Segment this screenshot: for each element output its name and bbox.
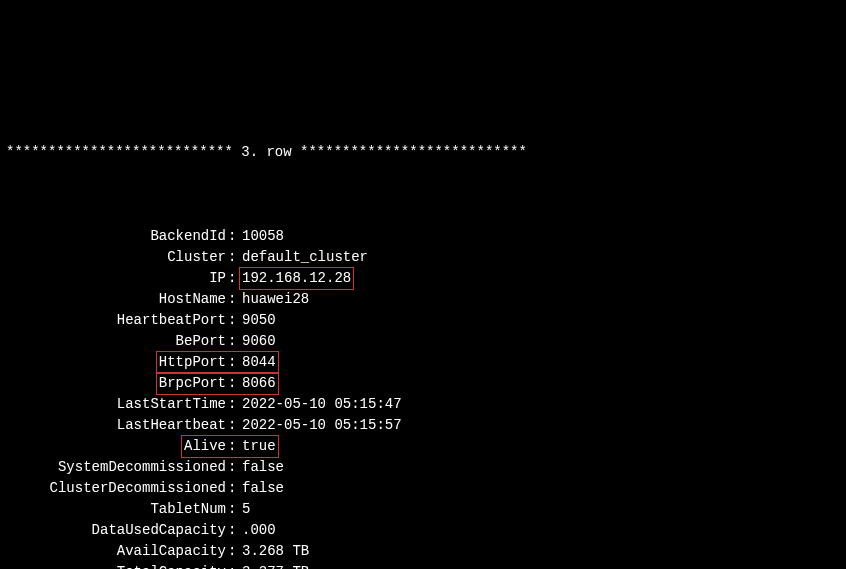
field-value: false <box>242 478 284 499</box>
field-row: ClusterDecommissioned:false <box>6 478 840 499</box>
field-value: 9060 <box>242 331 276 352</box>
field-separator: : <box>226 436 242 457</box>
field-separator: : <box>226 310 242 331</box>
field-separator: : <box>226 562 242 569</box>
field-value: 5 <box>242 499 250 520</box>
field-separator: : <box>226 226 242 247</box>
field-value: 3.268 TB <box>242 541 309 562</box>
field-label: HttpPort <box>159 352 226 373</box>
field-label: DataUsedPct <box>6 65 226 72</box>
field-row: BackendId:10058 <box>6 226 840 247</box>
row-separator-header: *************************** 3. row *****… <box>6 142 840 163</box>
field-separator: : <box>226 247 242 268</box>
field-label: BackendId <box>6 226 226 247</box>
field-label: ClusterDecommissioned <box>6 478 226 499</box>
field-separator: : <box>226 520 242 541</box>
field-label: Alive <box>184 436 226 457</box>
field-value: huawei28 <box>242 289 309 310</box>
field-row: DataUsedCapacity:.000 <box>6 520 840 541</box>
field-label: IP <box>6 268 226 289</box>
field-value: 2022-05-10 05:15:47 <box>242 394 402 415</box>
field-row: HeartbeatPort:9050 <box>6 310 840 331</box>
field-row: LastStartTime:2022-05-10 05:15:47 <box>6 394 840 415</box>
field-label: TabletNum <box>6 499 226 520</box>
field-separator: : <box>226 499 242 520</box>
field-value: 8066 <box>242 373 276 394</box>
field-label: HostName <box>6 289 226 310</box>
field-label: AvailCapacity <box>6 541 226 562</box>
field-label: LastHeartbeat <box>6 415 226 436</box>
field-separator: : <box>226 394 242 415</box>
field-label: TotalCapacity <box>6 562 226 569</box>
field-value: 10058 <box>242 226 284 247</box>
field-separator: : <box>226 352 242 373</box>
field-label: DataUsedCapacity <box>6 520 226 541</box>
field-value: 3.377 TB <box>242 562 309 569</box>
field-value: 2022-05-10 05:15:57 <box>242 415 402 436</box>
field-row: Alive:true <box>6 436 840 457</box>
field-value: 9050 <box>242 310 276 331</box>
field-label: BrpcPort <box>159 373 226 394</box>
field-row: SystemDecommissioned:false <box>6 457 840 478</box>
field-label: BePort <box>6 331 226 352</box>
field-label: Cluster <box>6 247 226 268</box>
field-row: HostName:huawei28 <box>6 289 840 310</box>
field-separator: : <box>226 289 242 310</box>
field-value: 0.00 % <box>242 65 292 72</box>
field-separator: : <box>226 331 242 352</box>
field-value: .000 <box>242 520 276 541</box>
field-value: default_cluster <box>242 247 368 268</box>
field-separator: : <box>226 415 242 436</box>
field-row: IP:192.168.12.28 <box>6 268 840 289</box>
field-label: LastStartTime <box>6 394 226 415</box>
field-row: TabletNum:5 <box>6 499 840 520</box>
field-row: HttpPort:8044 <box>6 352 840 373</box>
field-row: BePort:9060 <box>6 331 840 352</box>
field-row: Cluster:default_cluster <box>6 247 840 268</box>
field-label: HeartbeatPort <box>6 310 226 331</box>
field-value: 192.168.12.28 <box>239 267 354 290</box>
field-row: BrpcPort:8066 <box>6 373 840 394</box>
field-separator: : <box>226 541 242 562</box>
partial-prev-row: DataUsedPct : 0.00 % <box>6 65 840 79</box>
field-label: SystemDecommissioned <box>6 457 226 478</box>
field-separator: : <box>226 457 242 478</box>
field-separator: : <box>226 373 242 394</box>
field-row: AvailCapacity:3.268 TB <box>6 541 840 562</box>
terminal-output: DataUsedPct : 0.00 % *******************… <box>6 2 840 569</box>
field-value: false <box>242 457 284 478</box>
field-separator: : <box>226 65 242 72</box>
field-value: 8044 <box>242 352 276 373</box>
field-separator: : <box>226 478 242 499</box>
field-row: LastHeartbeat:2022-05-10 05:15:57 <box>6 415 840 436</box>
field-value: true <box>242 436 276 457</box>
field-row: TotalCapacity:3.377 TB <box>6 562 840 569</box>
